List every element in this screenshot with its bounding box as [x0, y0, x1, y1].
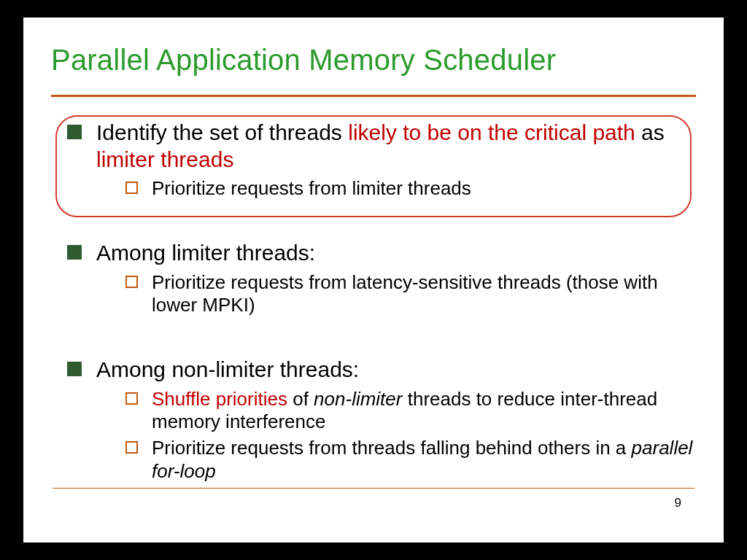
- text-run: Among non-limiter threads:: [96, 357, 359, 381]
- bullet-item-2: Among limiter threads: Prioritize reques…: [67, 240, 696, 317]
- text-run: Prioritize requests from threads falling…: [152, 437, 632, 459]
- text-run: Among limiter threads:: [96, 241, 315, 265]
- page-title: Parallel Application Memory Scheduler: [51, 44, 696, 77]
- text-run: likely to be on the critical path: [348, 120, 635, 144]
- title-underline: [51, 95, 696, 97]
- text-run: non-limiter: [314, 388, 402, 410]
- bullet-item-3: Among non-limiter threads: Shuffle prior…: [67, 357, 696, 483]
- text-run: limiter threads: [96, 147, 233, 171]
- sub-bullet: Prioritize requests from limiter threads: [125, 177, 696, 201]
- sub-bullet: Shuffle priorities of non-limiter thread…: [125, 388, 696, 434]
- footer-underline: [53, 488, 694, 489]
- text-run: of: [287, 388, 314, 410]
- page-number: 9: [675, 496, 681, 510]
- text-run: Prioritize requests from limiter threads: [152, 177, 471, 199]
- text-run: as: [635, 120, 665, 144]
- bullet-item-1: Identify the set of threads likely to be…: [67, 120, 696, 201]
- content-area: Identify the set of threads likely to be…: [67, 120, 696, 483]
- slide: Parallel Application Memory Scheduler Id…: [23, 18, 724, 542]
- text-run: Shuffle priorities: [152, 388, 287, 410]
- sub-bullet: Prioritize requests from threads falling…: [125, 437, 696, 483]
- text-run: Identify the set of threads: [96, 120, 348, 144]
- sub-bullet: Prioritize requests from latency-sensiti…: [125, 271, 696, 317]
- text-run: Prioritize requests from latency-sensiti…: [152, 271, 658, 316]
